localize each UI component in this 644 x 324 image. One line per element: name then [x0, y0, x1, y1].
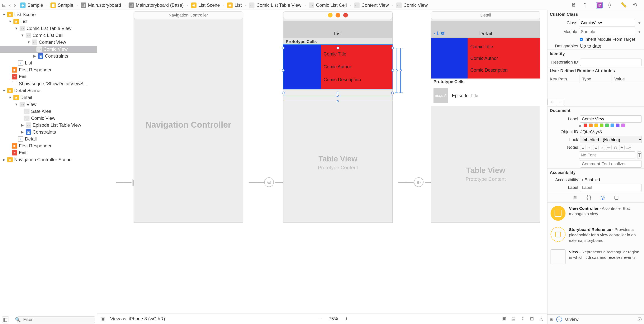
view-as-label[interactable]: View as: iPhone 8 (wC hR)	[110, 316, 165, 322]
localizer-comment-input[interactable]	[580, 160, 642, 168]
disclosure-icon[interactable]: ▼	[2, 89, 6, 93]
disclosure-icon[interactable]: ▶	[21, 130, 24, 134]
udra-col-value[interactable]: Value	[612, 75, 644, 83]
align-right-icon[interactable]: ≣	[593, 145, 598, 150]
vc-row-list[interactable]: ▼◉List	[0, 18, 97, 25]
comic-thumb-placeholder[interactable]	[431, 38, 468, 78]
storyboard-canvas[interactable]: ──► Navigation Controller Navigation Con…	[97, 10, 547, 313]
navitem-row[interactable]: ‹Detail	[0, 136, 97, 142]
font-picker-icon[interactable]: T	[637, 152, 642, 159]
comic-title-label[interactable]: Comic Title	[470, 44, 540, 49]
accessibility-label-input[interactable]	[580, 184, 642, 191]
library-item-viewcontroller[interactable]: View Controller - A controller that mana…	[548, 203, 644, 224]
more-icon[interactable]: …▾	[626, 145, 631, 150]
exit-row[interactable]: ⎋Exit	[0, 73, 97, 80]
disclosure-icon[interactable]: ▼	[27, 40, 30, 44]
disclosure-icon[interactable]: ▼	[14, 26, 18, 30]
comic-desc-label[interactable]: Comic Description	[324, 77, 392, 82]
filter-scope-icon[interactable]: ◧	[2, 316, 8, 323]
color-swatch[interactable]	[605, 124, 609, 127]
library-item-storyboard-ref[interactable]: Storyboard Reference - Provides a placeh…	[548, 224, 644, 246]
first-responder-row[interactable]: ◧First Responder	[0, 142, 97, 149]
disclosure-icon[interactable]: ▶	[2, 158, 6, 162]
box2-icon[interactable]: A	[619, 145, 624, 150]
nav-back-button[interactable]: ‹List	[434, 30, 444, 36]
nav-forward-icon[interactable]: ›	[14, 2, 16, 8]
resolve-issues-icon[interactable]: △	[538, 316, 544, 322]
color-swatch[interactable]	[616, 124, 620, 127]
comic-thumb-placeholder[interactable]	[284, 45, 321, 89]
comic-desc-label[interactable]: Comic Description	[470, 67, 540, 73]
scene-titlebar[interactable]: Detail	[431, 11, 540, 19]
color-swatch[interactable]	[594, 124, 598, 127]
class-dropdown-icon[interactable]: ▾	[637, 20, 642, 26]
clear-filter-icon[interactable]: ⓧ	[638, 316, 642, 322]
library-item-view[interactable]: View - Represents a rectangular region i…	[548, 246, 644, 268]
view-row[interactable]: ▶▭Episode List Table View	[0, 122, 97, 128]
segue-row[interactable]: Show segue "ShowDetailViewS…	[0, 80, 97, 87]
udra-col-keypath[interactable]: Key Path	[548, 75, 580, 83]
color-swatch[interactable]	[621, 124, 625, 127]
exit-row[interactable]: ⎋Exit	[0, 149, 97, 156]
view-row[interactable]: ▼▭Comic List Table View	[0, 25, 97, 32]
first-responder-row[interactable]: ◧First Responder	[0, 66, 97, 73]
align-left-icon[interactable]: ≣	[580, 145, 586, 150]
breadcrumb[interactable]: ◆ Sample› ▇ Sample› ▤ Main.storyboard› ▤…	[20, 2, 428, 8]
scene-row-list[interactable]: ▼◉List Scene	[0, 11, 97, 18]
udra-add-button[interactable]: +	[548, 99, 556, 105]
library-grid-icon[interactable]: ⊞	[550, 317, 553, 322]
comic-author-label[interactable]: Comic Author	[470, 56, 540, 61]
object-library-tab-icon[interactable]: ◎	[599, 194, 606, 201]
view-row[interactable]: ▼▭View	[0, 101, 97, 108]
comic-view-detail[interactable]: Comic Title Comic Author Comic Descripti…	[431, 38, 540, 78]
class-input[interactable]	[579, 19, 635, 26]
exit-dock-icon[interactable]	[343, 13, 348, 18]
list-icon[interactable]: ---	[606, 145, 612, 150]
color-swatch[interactable]	[584, 124, 588, 127]
disclosure-icon[interactable]: ▼	[8, 20, 12, 24]
nav-back-icon[interactable]: ‹	[9, 2, 10, 8]
navbar[interactable]: ‹List Detail	[431, 21, 540, 38]
box1-icon[interactable]: ▢	[613, 145, 618, 150]
scene-row-detail[interactable]: ▼◉Detail Scene	[0, 87, 97, 94]
file-template-tab-icon[interactable]: 🗎	[572, 194, 578, 201]
navbar[interactable]: List	[284, 21, 392, 38]
align-icon[interactable]: ⫱	[520, 316, 526, 322]
episode-title-label[interactable]: Episode Title	[452, 93, 478, 98]
imageview-placeholder[interactable]: mageVi	[434, 88, 448, 103]
disclosure-icon[interactable]: ▼	[21, 34, 24, 38]
disclosure-icon[interactable]: ▶	[33, 54, 36, 58]
disclosure-icon[interactable]: ▶	[21, 123, 24, 127]
connections-inspector-icon[interactable]: ⟲	[633, 2, 640, 8]
view-row[interactable]: ▼▭Content View	[0, 39, 97, 46]
constraints-row[interactable]: ▶▣Constraints	[0, 52, 97, 60]
media-library-tab-icon[interactable]: ▢	[613, 194, 620, 201]
scene-list[interactable]: List Prototype Cells Comic Title Comic A…	[283, 16, 392, 223]
outline-filter-input[interactable]	[17, 316, 95, 323]
comic-cell-selected[interactable]: Comic Title Comic Author Comic Descripti…	[284, 45, 392, 89]
module-dropdown-icon[interactable]: ▾	[637, 29, 642, 34]
view-row-selected[interactable]: ▭Comic View	[0, 46, 97, 52]
object-library-list[interactable]: View Controller - A controller that mana…	[548, 203, 644, 314]
accessibility-enabled-check[interactable]	[580, 179, 582, 181]
zoom-out-button[interactable]: −	[318, 316, 322, 322]
color-swatch[interactable]	[610, 124, 614, 127]
scene-titlebar[interactable]	[283, 11, 392, 19]
inherit-module-checkbox[interactable]: Inherit Module From Target	[580, 37, 635, 42]
constraints-row[interactable]: ▶▣Constraints	[0, 128, 97, 136]
outline-tree[interactable]: ▼◉List Scene ▼◉List ▼▭Comic List Table V…	[0, 10, 97, 315]
lock-select[interactable]: Inherited - (Nothing)	[580, 136, 642, 144]
color-swatch[interactable]	[600, 124, 604, 127]
firstresponder-dock-icon[interactable]	[336, 13, 340, 18]
restoration-id-input[interactable]	[580, 58, 642, 66]
udra-remove-button[interactable]: −	[556, 99, 564, 105]
update-frames-icon[interactable]: ▣	[502, 316, 507, 322]
library-filter-label[interactable]: UIView	[565, 317, 578, 322]
toggle-outline-icon[interactable]: ▣	[100, 316, 106, 322]
pin-icon[interactable]: ⊞	[529, 316, 534, 322]
udra-col-type[interactable]: Type	[580, 75, 612, 83]
identity-inspector-icon[interactable]: 🆔	[596, 2, 602, 8]
disclosure-icon[interactable]: ▼	[14, 102, 18, 106]
doc-label-input[interactable]	[580, 115, 642, 123]
align-justify-icon[interactable]: ≡	[600, 145, 605, 150]
